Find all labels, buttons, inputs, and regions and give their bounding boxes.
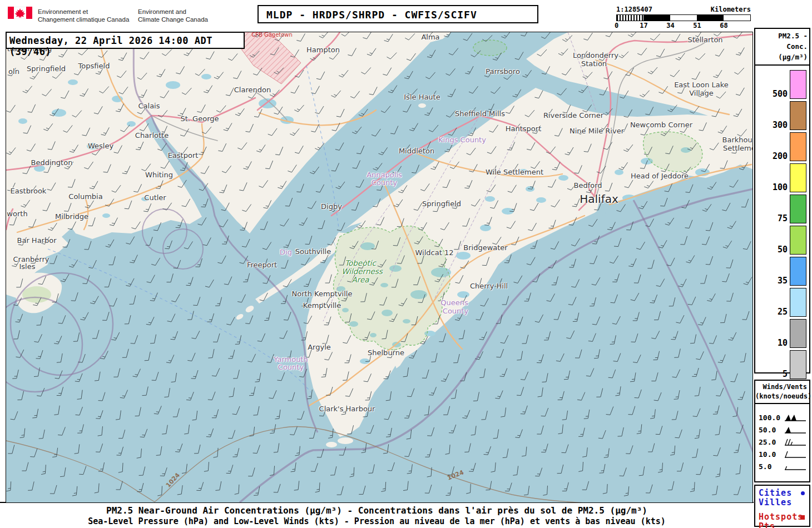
legend-class-value: 200 [773, 151, 788, 161]
legend-class-value: 35 [778, 276, 788, 286]
legend-swatch [790, 350, 806, 379]
map-label-southville: Southville [295, 247, 331, 256]
legend-class-value: 25 [778, 307, 788, 317]
legend-class-value: 50 [778, 245, 788, 255]
map-label-londonderry: Londonderry [573, 51, 618, 59]
map-label-head-of-jeddore: Head of Jeddore [631, 172, 689, 180]
hotspots-label-fr: Pts chauds [759, 522, 806, 528]
hotspot-square-icon [800, 515, 805, 520]
org-name-english: Environment andClimate Change Canada [138, 8, 208, 24]
wind-legend-row: 10.0 [755, 449, 809, 461]
canada-flag-icon [8, 7, 32, 19]
legend-swatch [790, 195, 806, 223]
map-label-stellarton: Stellarton [687, 36, 722, 44]
wind-barb-icon [784, 462, 807, 471]
map-label-argyle: Argyle [308, 343, 331, 351]
map-label-wilderness: Wilderness [341, 267, 383, 276]
map-label-1024: 1024 [165, 471, 181, 489]
scale-tick: 68 [720, 22, 727, 29]
map-label-nine-mile-river: Nine Mile River [570, 127, 624, 135]
map-label-beddington: Beddington [31, 158, 73, 167]
legend-swatch [790, 70, 806, 99]
scale-tick: 17 [640, 22, 647, 29]
pm25-legend-panel: PM2.5 - Conc. (µg/m³) 500300200100755035… [754, 28, 810, 373]
map-label-county: County [278, 363, 304, 371]
map-label-bedford: Bedford [573, 181, 602, 190]
map-label-milbridge: Milbridge [55, 212, 88, 221]
legend-class-row: 25 [755, 288, 806, 317]
map-label-station: Station [581, 59, 607, 68]
map-label-yarmouth: Yarmouth [274, 355, 308, 363]
legend-class-value: 5 [783, 369, 788, 379]
legend-swatch [790, 226, 806, 255]
legend-class-value: 100 [773, 182, 788, 192]
cities-label: Cities [759, 489, 806, 498]
legend-swatch [790, 257, 806, 286]
map-label-1024: 1024 [446, 469, 464, 482]
product-title: MLDP - HRDPS/SHRPD - CWFIS/SCIFV [258, 5, 538, 23]
map-label-annapolis: Annapolis [367, 171, 402, 179]
wind-legend-row: 50.0 [755, 424, 809, 436]
map-label-eastbrook: Eastbrook [11, 187, 47, 195]
map-label-wile-settlement: Wile Settlement [486, 168, 543, 176]
map-label-springfield: Springfield [27, 64, 66, 73]
map-label-topsfield: Topsfield [78, 62, 110, 70]
wind-barb-icon [784, 426, 807, 435]
map-label-queens: Queens [440, 298, 468, 307]
scale-unit-label: Kilometers [711, 6, 751, 13]
legend-swatch [790, 132, 806, 161]
legend-class-row: 35 [755, 257, 806, 286]
map-label-calais: Calais [138, 102, 160, 110]
map-label-settlement: Settlement [723, 144, 753, 152]
scale-strip [616, 14, 751, 21]
wind-barb-icon [784, 414, 807, 422]
map-label-columbia: Columbia [68, 192, 102, 201]
hotspots-label: Hotspots [759, 512, 806, 522]
legend-swatch [790, 319, 806, 348]
map-label-hantsport: Hantsport [506, 124, 542, 133]
map-label-hampton: Hampton [306, 46, 340, 54]
wind-legend-row: 100.0 [755, 412, 809, 424]
pm25-legend-title: PM2.5 - Conc. (µg/m³) [755, 29, 809, 63]
scale-tick: 51 [693, 22, 701, 29]
wind-legend-panel: Winds/Vents (knots/noeuds) 100.050.025.0… [754, 380, 810, 482]
legend-class-row: 500 [755, 70, 806, 99]
legend-class-row: 50 [755, 226, 806, 255]
map-label-north-kemptville: North Kemptville [292, 290, 353, 298]
legend-class-row: 100 [755, 163, 806, 192]
map-label-bar-harbor: Bar Harbor [17, 236, 57, 245]
map-label-cherry-hill: Cherry Hill [470, 282, 508, 290]
wind-barb-icon [784, 450, 807, 459]
wind-legend-row: 5.0 [755, 461, 809, 473]
map-label-clark-s-harbour: Clark's Harbour [319, 405, 375, 413]
legend-swatch [790, 288, 806, 317]
map-label-st-george: St. George [180, 114, 219, 123]
header-bar: Environnement etChangement climatique Ca… [0, 0, 812, 32]
map-label-eastport: Eastport [168, 151, 199, 160]
wind-speed-value: 5.0 [759, 462, 771, 471]
map-label-charlotte: Charlotte [135, 131, 169, 140]
map-label-halifax: Halifax [580, 192, 618, 206]
legend-class-value: 300 [773, 120, 788, 130]
scale-ratio: 1:1285407 [616, 6, 652, 13]
map-label-newcomb-corner: Newcomb Corner [630, 121, 692, 129]
wind-speed-value: 25.0 [759, 438, 776, 446]
map-label-alma: Alma [421, 33, 439, 41]
legend-class-value: 500 [773, 89, 788, 99]
map-label-isle-haute: Isle Haute [404, 93, 440, 101]
map-label-oln: oln [8, 67, 19, 76]
legend-class-row: 10 [755, 319, 806, 348]
map-label-whiting: Whiting [145, 171, 173, 179]
wind-legend-row: 25.0 [755, 436, 809, 449]
org-name-french: Environnement etChangement climatique Ca… [38, 8, 129, 24]
map-canvas: ttawamkeagolnSpringfieldTopsfieldCalaisS… [6, 32, 753, 503]
legend-swatch [790, 163, 806, 192]
map-label-cutler: Cutler [144, 193, 166, 202]
legend-divider [755, 64, 809, 66]
caption-line-2: Sea-Level Pressure (hPa) and Low-Level W… [0, 516, 754, 526]
wind-speed-value: 100.0 [759, 414, 780, 422]
legend-swatch [790, 101, 806, 130]
map-label-county: County [372, 178, 397, 187]
legend-divider [755, 403, 809, 404]
timestamp-box: Wednesday, 22 April 2026 14:00 ADT (39/4… [6, 32, 245, 49]
